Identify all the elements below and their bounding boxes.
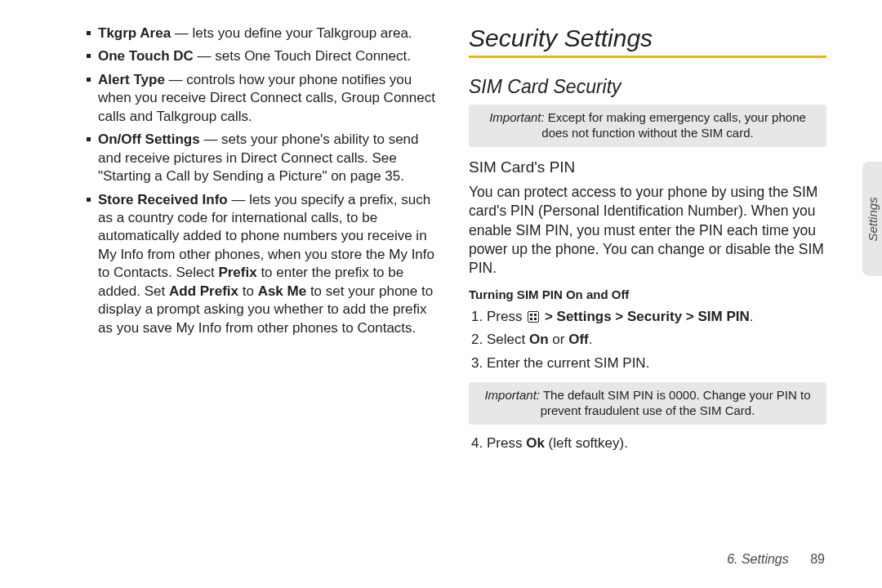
bullet-term: One Touch DC — [98, 48, 194, 64]
step-or: or — [549, 332, 569, 347]
important-label: Important: — [489, 110, 545, 124]
step-2: Select On or Off. — [487, 329, 826, 350]
procedure-steps: Press > Settings > Security > SIM PIN. S… — [469, 306, 826, 374]
step-on: On — [529, 332, 549, 347]
side-tab-settings: Settings — [862, 162, 882, 276]
menu-key-icon — [528, 311, 539, 323]
bullet-term: On/Off Settings — [98, 131, 200, 147]
footer-chapter: 6. Settings — [727, 552, 789, 566]
step-1: Press > Settings > Security > SIM PIN. — [487, 306, 826, 327]
side-tab-label: Settings — [866, 197, 880, 241]
right-column: Security Settings SIM Card Security Impo… — [469, 24, 826, 463]
subsection-heading-sim-card-security: SIM Card Security — [469, 76, 826, 98]
bullet-text: — sets One Touch Direct Connect. — [194, 48, 411, 64]
step-text: Select — [487, 332, 529, 347]
heading-rule — [469, 56, 826, 58]
step-4: Press Ok (left softkey). — [487, 433, 826, 454]
bullet-term: Store Received Info — [98, 192, 228, 207]
step-text: Press — [487, 309, 526, 324]
step-text: Enter the current SIM PIN. — [487, 355, 649, 371]
step-3: Enter the current SIM PIN. — [487, 353, 826, 374]
bullet-alert-type: Alert Type — controls how your phone not… — [87, 71, 439, 126]
step-end: . — [750, 309, 754, 324]
procedure-heading-turning-sim-pin: Turning SIM PIN On and Off — [469, 287, 826, 301]
page-footer: 6. Settings 89 — [727, 552, 825, 567]
important-text: The default SIM PIN is 0000. Change your… — [541, 388, 811, 417]
step-end: (left softkey). — [545, 435, 628, 451]
important-label: Important: — [484, 388, 540, 402]
subheading-sim-cards-pin: SIM Card's PIN — [469, 158, 826, 176]
important-note-sim-required: Important: Except for making emergency c… — [469, 105, 826, 147]
feature-bullet-list: Tkgrp Area — lets you define your Talkgr… — [87, 24, 439, 337]
bullet-text: — lets you define your Talkgroup area. — [171, 25, 412, 41]
important-note-default-pin: Important: The default SIM PIN is 0000. … — [469, 382, 826, 425]
bullet-term: Tkgrp Area — [98, 25, 171, 41]
bullet-store-received-info: Store Received Info — lets you specify a… — [87, 191, 439, 338]
bullet-term: Alert Type — [98, 72, 165, 87]
footer-page-number: 89 — [810, 552, 825, 566]
bullet-text: — lets you specify a prefix, such as a c… — [98, 192, 434, 336]
step-text: Press — [487, 435, 526, 451]
bullet-one-touch-dc: One Touch DC — sets One Touch Direct Con… — [87, 47, 439, 65]
bullet-tkgrp-area: Tkgrp Area — lets you define your Talkgr… — [87, 24, 439, 42]
bullet-on-off-settings: On/Off Settings — sets your phone's abil… — [87, 131, 439, 185]
section-heading-security-settings: Security Settings — [469, 24, 826, 52]
procedure-steps-cont: Press Ok (left softkey). — [469, 433, 826, 454]
step-ok: Ok — [526, 435, 545, 451]
body-sim-pin-description: You can protect access to your phone by … — [469, 183, 826, 277]
step-path: > Settings > Security > SIM PIN — [541, 309, 750, 324]
left-column: Tkgrp Area — lets you define your Talkgr… — [82, 24, 439, 463]
important-text: Except for making emergency calls, your … — [541, 110, 806, 140]
step-off: Off — [568, 332, 589, 347]
step-end: . — [589, 332, 593, 347]
